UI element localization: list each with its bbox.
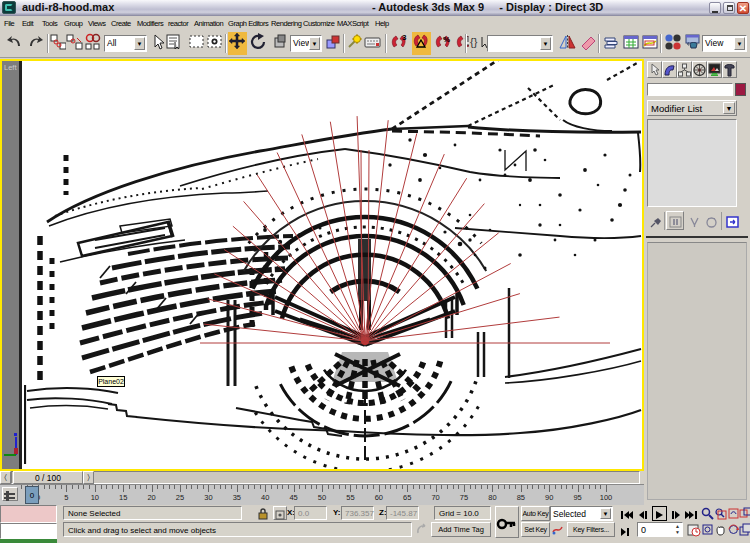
svg-text:{}: {} xyxy=(470,36,478,48)
svg-text:3: 3 xyxy=(402,33,407,42)
svg-text:%: % xyxy=(443,35,450,44)
